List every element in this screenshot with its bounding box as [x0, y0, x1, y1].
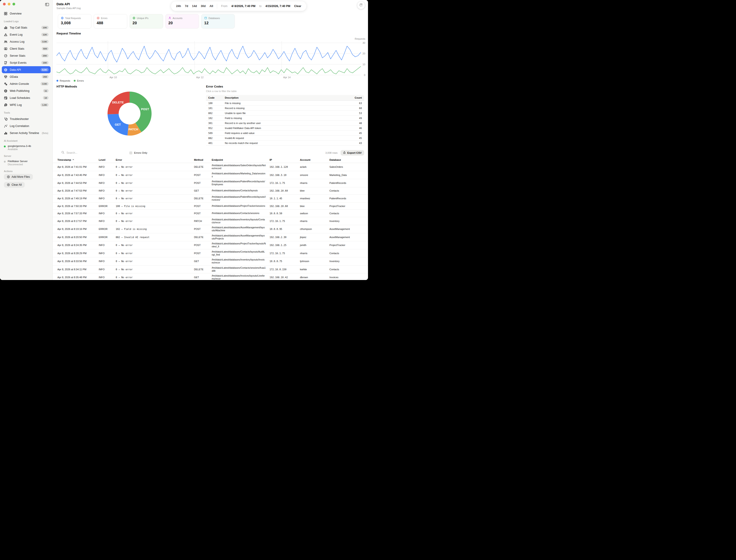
from-date-field[interactable]: 4/ 8/2026, 7:40 PM: [231, 5, 255, 8]
error-code-row[interactable]: 952 Invalid FileMaker Data API token 46: [206, 126, 364, 131]
sidebar-item-admin-console[interactable]: Admin Console 3.0K: [2, 80, 51, 87]
error-code-row[interactable]: 301 Record is in use by another user 48: [206, 121, 364, 126]
error-codes-table: Code Description Count 100 File is missi…: [206, 95, 364, 146]
svg-text:POST: POST: [141, 107, 149, 111]
search-input[interactable]: [66, 151, 121, 154]
globe-icon: [4, 68, 7, 72]
warning-icon: [4, 33, 7, 37]
add-more-files-button[interactable]: Add More Files: [4, 174, 33, 180]
stethoscope-icon: [4, 117, 7, 121]
error-description: Invalid AI request: [225, 137, 348, 139]
range-24h-button[interactable]: 24h: [176, 5, 181, 8]
loaded-logs-list: Top Call Stats 10K Event Log 12K Access …: [2, 24, 51, 108]
column-header-timestamp[interactable]: Timestamp: [57, 158, 99, 161]
sidebar-item-top-call-stats[interactable]: Top Call Stats 10K: [2, 24, 51, 31]
zoom-window-icon[interactable]: [12, 3, 15, 5]
log-table-row[interactable]: Apr 8, 2026 at 8:20:50 PM ERROR 882 — In…: [53, 233, 368, 241]
to-date-field[interactable]: 4/15/2026, 7:40 PM: [265, 5, 290, 8]
export-csv-button[interactable]: Export CSV: [340, 150, 364, 156]
log-table-row[interactable]: Apr 8, 2026 at 8:17:57 PM INFO 0 — No er…: [53, 217, 368, 225]
column-header-ip[interactable]: IP: [269, 158, 300, 161]
count-badge: 6.0K: [41, 68, 49, 71]
sidebar-item-wpe-log[interactable]: WPE Log 1.0K: [2, 101, 51, 108]
section-header-actions: Actions: [2, 167, 51, 174]
log-table-row[interactable]: Apr 8, 2026 at 7:44:53 PM INFO 0 — No er…: [53, 179, 368, 187]
error-description: Invalid FileMaker Data API token: [225, 127, 348, 129]
error-code-row[interactable]: 882 Invalid AI request 45: [206, 136, 364, 141]
sidebar-item-client-stats[interactable]: Client Stats 500: [2, 45, 51, 52]
close-window-icon[interactable]: [3, 3, 6, 5]
sidebar-toggle-icon[interactable]: [45, 2, 49, 7]
column-header-method[interactable]: Method: [194, 158, 212, 161]
sidebar-item-load-schedules[interactable]: Load Schedules 10: [2, 94, 51, 101]
log-table-row[interactable]: Apr 8, 2026 at 8:33:56 PM INFO 0 — No er…: [53, 257, 368, 265]
grid-icon: [4, 12, 7, 15]
stat-label: Errors: [101, 17, 107, 19]
log-table-row[interactable]: Apr 8, 2026 at 7:47:53 PM INFO 0 — No er…: [53, 187, 368, 195]
sidebar-item-script-events[interactable]: Script Events 15K: [2, 59, 51, 66]
log-table-row[interactable]: Apr 8, 2026 at 7:49:19 PM INFO 0 — No er…: [53, 195, 368, 203]
log-table-row[interactable]: Apr 8, 2026 at 7:43:45 PM INFO 0 — No er…: [53, 171, 368, 179]
sidebar-item-log-correlation[interactable]: Log Correlation: [2, 122, 51, 129]
range-14d-button[interactable]: 14d: [192, 5, 197, 8]
log-table-row[interactable]: Apr 8, 2026 at 7:57:33 PM INFO 0 — No er…: [53, 210, 368, 217]
main-header: Data API Sample-Data API.log 24h 7d 14d …: [53, 0, 368, 12]
error-codes-title: Error Codes: [206, 85, 364, 88]
log-table-row[interactable]: Apr 8, 2026 at 8:24:35 PM INFO 0 — No er…: [53, 241, 368, 249]
clear-range-button[interactable]: Clear: [294, 5, 301, 8]
section-header-server: Server: [2, 152, 51, 159]
errors-legend-dot: [74, 80, 76, 82]
search-field: [61, 151, 129, 155]
column-header-database[interactable]: Database: [329, 158, 364, 161]
log-table-row[interactable]: Apr 8, 2026 at 7:50:33 PM ERROR 100 — Fi…: [53, 202, 368, 210]
column-header-error[interactable]: Error: [116, 158, 194, 161]
sidebar-item-data-api[interactable]: Data API 6.0K: [2, 66, 51, 73]
sidebar-item-troubleshooter[interactable]: Troubleshooter: [2, 115, 51, 122]
log-table-header: Timestamp Level Error Method Endpoint IP…: [53, 157, 368, 163]
server-name: FileMaker Server: [8, 160, 28, 163]
ai-assistant-button[interactable]: [357, 2, 365, 9]
divider: [217, 4, 217, 9]
error-code-row[interactable]: 102 Field is missing 49: [206, 116, 364, 121]
sidebar-item-odata[interactable]: OData 250: [2, 73, 51, 80]
stat-card-accounts: Accounts 20: [165, 14, 199, 29]
range-30d-button[interactable]: 30d: [201, 5, 206, 8]
error-code-row[interactable]: 509 Field requires a valid value 45: [206, 131, 364, 136]
sidebar-item-event-log[interactable]: Event Log 12K: [2, 31, 51, 38]
error-code-row[interactable]: 401 No records match the request 43: [206, 141, 364, 146]
column-header-level[interactable]: Level: [99, 158, 116, 161]
column-header-account[interactable]: Account: [300, 158, 329, 161]
errors-only-label: Errors Only: [134, 151, 147, 154]
sidebar-item-server-stats[interactable]: Server Stats 25K: [2, 52, 51, 59]
count-badge: 3.0K: [41, 82, 49, 85]
error-code-row[interactable]: 101 Record is missing 60: [206, 106, 364, 111]
sidebar-item-access-log[interactable]: Access Log 3.0K: [2, 38, 51, 45]
column-header-endpoint[interactable]: Endpoint: [212, 158, 269, 161]
sidebar-item-web-publishing[interactable]: Web Publishing 11: [2, 87, 51, 94]
sidebar-item-overview[interactable]: Overview: [2, 10, 51, 17]
stat-value: 20: [132, 21, 160, 25]
svg-text:20: 20: [362, 52, 365, 55]
clear-all-button[interactable]: Clear All: [4, 182, 25, 188]
log-table-row[interactable]: Apr 8, 2026 at 7:41:01 PM INFO 0 — No er…: [53, 163, 368, 171]
log-table-row[interactable]: Apr 8, 2026 at 8:35:48 PM INFO 0 — No er…: [53, 273, 368, 280]
error-count: 46: [348, 127, 362, 129]
error-code-row[interactable]: 802 Unable to open file 53: [206, 111, 364, 116]
errors-legend-label: Errors: [77, 79, 84, 82]
range-7d-button[interactable]: 7d: [185, 5, 188, 8]
log-table-row[interactable]: Apr 8, 2026 at 8:19:16 PM ERROR 102 — Fi…: [53, 225, 368, 233]
errors-only-checkbox[interactable]: [129, 151, 132, 154]
ai-model-status: Available: [8, 148, 31, 151]
range-all-button[interactable]: All: [209, 5, 213, 8]
stat-value: 488: [97, 21, 124, 25]
error-description: Record is missing: [225, 107, 348, 110]
error-code-row[interactable]: 100 File is missing 63: [206, 101, 364, 106]
log-table-row[interactable]: Apr 8, 2026 at 8:28:29 PM INFO 0 — No er…: [53, 249, 368, 258]
error-count: 45: [348, 137, 362, 139]
svg-text:GET: GET: [115, 123, 121, 126]
sidebar-item-server-activity-timeline[interactable]: Server Activity Timeline (Beta): [2, 129, 51, 136]
log-table-row[interactable]: Apr 8, 2026 at 8:34:11 PM INFO 0 — No er…: [53, 265, 368, 274]
minimize-window-icon[interactable]: [8, 3, 10, 5]
count-badge: 3.0K: [41, 40, 49, 43]
globe-icon: [4, 89, 7, 93]
